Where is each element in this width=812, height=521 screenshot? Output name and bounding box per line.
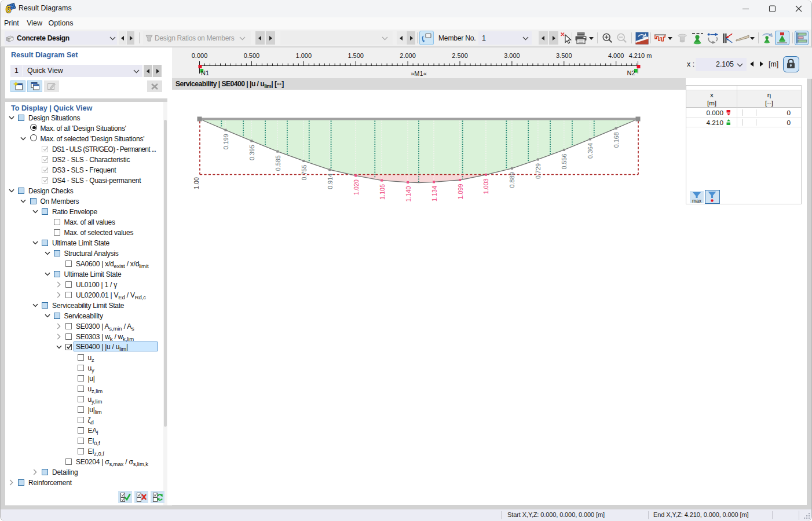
svg-text:2.500: 2.500 (452, 52, 468, 59)
svg-text:1.140: 1.140 (405, 186, 412, 201)
svg-text:4.000: 4.000 (608, 52, 624, 59)
svg-text:1.134: 1.134 (431, 186, 438, 201)
svg-text:1.020: 1.020 (353, 179, 360, 195)
svg-text:3.000: 3.000 (504, 52, 520, 59)
svg-text:max: max (692, 198, 702, 204)
svg-text:0.199: 0.199 (222, 134, 229, 149)
svg-text:0.000: 0.000 (192, 52, 208, 59)
svg-text:3.500: 3.500 (556, 52, 572, 59)
svg-text:»M1«: »M1« (411, 70, 427, 77)
svg-text:0.729: 0.729 (535, 163, 542, 179)
svg-text:0.500: 0.500 (244, 52, 260, 59)
svg-text:N1: N1 (201, 69, 209, 76)
svg-text:N2: N2 (627, 69, 635, 76)
svg-text:0.395: 0.395 (248, 145, 255, 160)
svg-text:0.585: 0.585 (275, 155, 281, 171)
svg-text:0.755: 0.755 (301, 164, 308, 180)
svg-text:0.364: 0.364 (587, 143, 594, 159)
svg-text:0.889: 0.889 (509, 172, 515, 188)
svg-text:0.556: 0.556 (561, 153, 568, 169)
svg-text:6: 6 (6, 4, 11, 14)
svg-text:1.099: 1.099 (457, 184, 464, 200)
svg-text:1.105: 1.105 (379, 184, 386, 200)
svg-text:4.210 m: 4.210 m (629, 52, 652, 59)
svg-text:1.000: 1.000 (296, 52, 312, 59)
svg-text:1.00: 1.00 (193, 177, 200, 189)
svg-text:2.000: 2.000 (400, 52, 416, 59)
svg-text:0.914: 0.914 (327, 174, 334, 189)
svg-text:1.003: 1.003 (482, 178, 489, 194)
svg-text:0.168: 0.168 (613, 132, 620, 148)
svg-text:1.500: 1.500 (348, 52, 364, 59)
